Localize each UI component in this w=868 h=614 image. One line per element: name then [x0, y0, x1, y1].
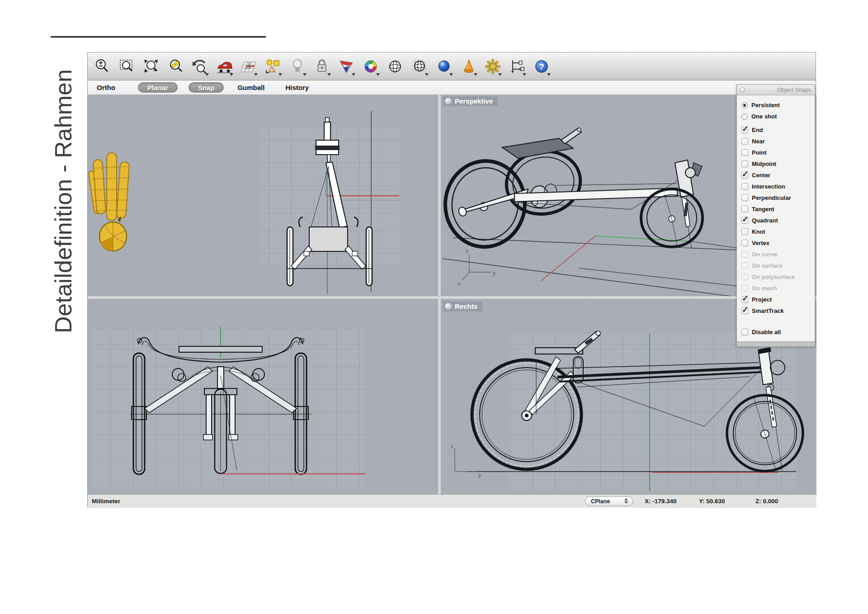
yellow-figure-drawing	[89, 153, 130, 251]
osnap-vertex[interactable]: Vertex	[741, 237, 815, 249]
mode-gumball[interactable]: Gumball	[236, 83, 266, 92]
radio-icon[interactable]	[741, 113, 748, 120]
stepper-arrows-icon	[624, 498, 628, 504]
zoom-dynamic-icon[interactable]	[92, 55, 112, 78]
coordinate-x: X: -179.340	[645, 498, 677, 505]
close-icon[interactable]	[740, 87, 745, 92]
osnap-midpoint[interactable]: Midpoint	[741, 158, 815, 170]
checkbox-icon[interactable]	[741, 217, 748, 224]
zoom-selected-icon[interactable]	[165, 55, 185, 78]
car-icon[interactable]	[214, 55, 234, 78]
mode-history[interactable]: History	[283, 83, 311, 92]
dropdown-arrow-icon[interactable]	[303, 73, 307, 76]
checkbox-icon[interactable]	[741, 127, 748, 133]
viewport-label-right[interactable]: Rechts	[443, 302, 482, 312]
hierarchy-icon[interactable]	[507, 55, 527, 78]
viewport-label-perspective[interactable]: Perspektive	[443, 96, 498, 106]
dropdown-arrow-icon[interactable]	[449, 73, 453, 76]
mode-planar[interactable]: Planar	[138, 82, 178, 93]
osnap-mode-one-shot[interactable]: One shot	[741, 111, 815, 122]
help-icon[interactable]: ?	[532, 55, 552, 78]
checkbox-icon[interactable]	[741, 240, 748, 246]
lightbulb-icon[interactable]	[288, 55, 307, 78]
main-toolbar: ?	[88, 52, 816, 80]
svg-text:z: z	[466, 248, 469, 255]
sphere-grid-icon[interactable]	[410, 55, 429, 78]
checkbox-icon[interactable]	[741, 296, 748, 303]
osnap-disable-all[interactable]: Disable all	[741, 326, 815, 338]
osnap-mode-persistent[interactable]: Persistent	[741, 99, 815, 111]
dropdown-arrow-icon[interactable]	[254, 73, 258, 76]
checkbox-icon[interactable]	[741, 149, 748, 156]
osnap-end[interactable]: End	[741, 124, 815, 136]
osnap-tangent[interactable]: Tangent	[741, 203, 815, 215]
dropdown-arrow-icon[interactable]	[205, 73, 209, 76]
mode-toolbar: OrthoPlanarSnapGumballHistory	[88, 80, 816, 95]
checkbox-icon[interactable]	[741, 194, 748, 201]
mode-snap[interactable]: Snap	[189, 82, 224, 93]
svg-text:z: z	[451, 443, 453, 449]
viewport-front-drawing	[89, 111, 399, 294]
dropdown-arrow-icon[interactable]	[425, 73, 429, 76]
svg-text:?: ?	[539, 62, 544, 71]
checkbox-icon[interactable]	[741, 172, 748, 179]
checkbox-icon	[741, 262, 748, 269]
undo-view-icon[interactable]	[190, 55, 210, 78]
dropdown-arrow-icon[interactable]	[547, 73, 551, 76]
checkbox-icon[interactable]	[741, 161, 748, 167]
viewport-drawings: z y x	[88, 95, 816, 494]
dropdown-arrow-icon[interactable]	[474, 73, 477, 76]
color-wheel-icon[interactable]	[361, 55, 381, 78]
dropdown-arrow-icon[interactable]	[278, 73, 282, 76]
dropdown-arrow-icon[interactable]	[352, 73, 355, 76]
cone-icon[interactable]	[458, 55, 478, 78]
checkbox-icon[interactable]	[741, 307, 748, 314]
object-snaps-title: Object Snaps	[777, 87, 811, 93]
osnap-smarttrack[interactable]: SmartTrack	[741, 305, 815, 316]
osnap-quadrant[interactable]: Quadrant	[741, 215, 815, 226]
zoom-extents-icon[interactable]	[141, 55, 161, 78]
shield-badge-icon[interactable]	[336, 55, 356, 78]
osnap-perpendicular[interactable]: Perpendicular	[741, 192, 815, 203]
checkbox-icon[interactable]	[741, 228, 748, 235]
dropdown-arrow-icon[interactable]	[376, 73, 380, 76]
mode-ortho[interactable]: Ortho	[95, 83, 117, 92]
object-selection-icon[interactable]	[263, 55, 283, 78]
osnap-on-surface: On surface	[741, 260, 815, 271]
osnap-knot[interactable]: Knot	[741, 226, 815, 237]
checkbox-icon[interactable]	[741, 206, 748, 213]
radio-icon[interactable]	[741, 102, 748, 109]
dropdown-arrow-icon[interactable]	[327, 73, 331, 76]
object-snaps-list: PersistentOne shotEndNearPointMidpointCe…	[737, 95, 815, 338]
checkbox-icon[interactable]	[741, 329, 748, 335]
object-snaps-panel: Object Snaps PersistentOne shotEndNearPo…	[736, 85, 815, 347]
wireframe-sphere-icon[interactable]	[385, 55, 405, 78]
osnap-project[interactable]: Project	[741, 294, 815, 305]
viewport-area: z y x	[88, 95, 816, 494]
panel-scrollbar[interactable]	[737, 341, 815, 346]
viewport-sphere-icon	[445, 98, 452, 104]
viewport-frontfull-drawing	[91, 327, 366, 487]
osnap-center[interactable]: Center	[741, 170, 815, 181]
svg-text:y: y	[493, 269, 496, 276]
dropdown-arrow-icon[interactable]	[230, 73, 233, 76]
osnap-point[interactable]: Point	[741, 147, 815, 158]
dropdown-arrow-icon[interactable]	[498, 73, 502, 76]
heading-rule	[51, 36, 266, 38]
viewport-right-drawing: z y	[451, 331, 803, 491]
lock-icon[interactable]	[312, 55, 332, 78]
cplane-dropdown[interactable]: CPlane	[585, 496, 633, 506]
osnap-intersection[interactable]: Intersection	[741, 181, 815, 192]
cplane-grid-icon[interactable]	[239, 55, 259, 78]
checkbox-icon[interactable]	[741, 183, 748, 190]
checkbox-icon	[741, 285, 748, 292]
dropdown-arrow-icon[interactable]	[523, 73, 526, 76]
osnap-near[interactable]: Near	[741, 136, 815, 147]
checkbox-icon[interactable]	[741, 138, 748, 145]
osnap-on-mesh: On mesh	[741, 283, 815, 294]
zoom-window-icon[interactable]	[117, 55, 137, 78]
gear-icon[interactable]	[483, 55, 503, 78]
shaded-sphere-icon[interactable]	[434, 55, 454, 78]
viewport-splitter-vertical[interactable]	[438, 95, 441, 494]
viewport-splitter-horizontal[interactable]	[88, 296, 816, 299]
